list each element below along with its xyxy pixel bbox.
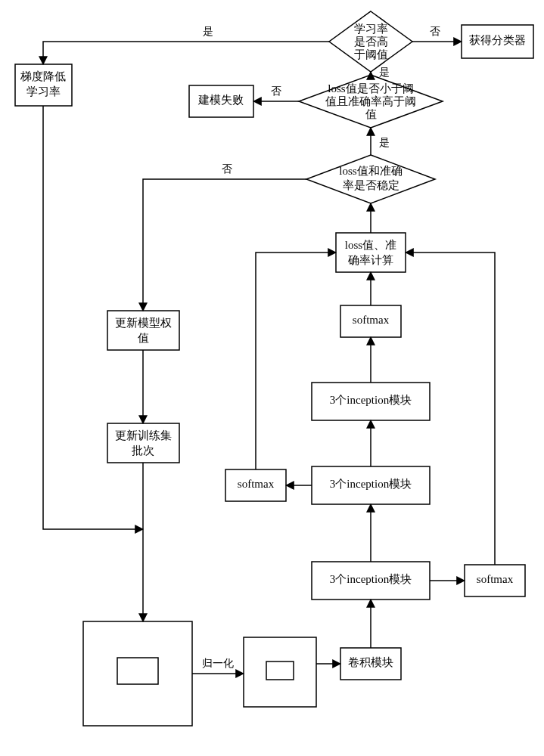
decision-loss-accuracy-threshold: loss值是否小于阈 值且准确率高于阈 值 [299, 75, 443, 128]
d3-line2: 率是否稳定 [343, 179, 399, 191]
loss-label-2: 确率计算 [347, 254, 393, 266]
edge-smright-to-loss [406, 253, 495, 565]
box-loss-accuracy-calc: loss值、准 确率计算 [336, 233, 406, 272]
box-softmax-right: softmax [465, 565, 525, 596]
classifier-label: 获得分类器 [469, 34, 526, 46]
image-big [83, 621, 192, 726]
d2-line3: 值 [365, 108, 377, 120]
box-softmax-left: softmax [225, 469, 286, 501]
svg-rect-16 [83, 621, 192, 726]
edge-d3-yes-label: 是 [379, 137, 390, 148]
edge-d1-no-label: 否 [430, 26, 440, 37]
d2-line2: 值且准确率高于阈 [325, 95, 416, 107]
box-got-classifier: 获得分类器 [462, 25, 533, 58]
decision-learning-rate-threshold: 学习率 是否高 于阈值 [329, 11, 412, 72]
edge-d1-yes-label: 是 [203, 26, 213, 37]
updatew-label-1: 更新模型权 [115, 317, 172, 329]
edge-d2-yes-label: 是 [379, 67, 390, 78]
softmax-top-label: softmax [353, 314, 390, 326]
svg-rect-19 [266, 662, 294, 680]
inception-bot-label: 3个inception模块 [330, 573, 412, 585]
edge-smleft-to-loss [256, 253, 336, 469]
updateb-label-1: 更新训练集 [115, 429, 172, 442]
d1-line1: 学习率 [354, 23, 388, 35]
inception-top-label: 3个inception模块 [330, 394, 412, 406]
d2-line1: loss值是否小于阈 [328, 82, 413, 94]
d1-line2: 是否高 [354, 36, 388, 48]
box-softmax-top: softmax [340, 305, 401, 337]
d1-line3: 于阈值 [354, 48, 388, 60]
box-update-weights: 更新模型权 值 [107, 311, 179, 350]
edge-d3-no [143, 179, 306, 311]
lr-label-1: 梯度降低 [20, 70, 66, 82]
inception-mid-label: 3个inception模块 [330, 478, 412, 490]
softmax-right-label: softmax [477, 573, 514, 585]
decision-loss-accuracy-stable: loss值和准确 率是否稳定 [306, 155, 435, 203]
lr-label-2: 学习率 [26, 85, 61, 98]
edge-d3-no-label: 否 [222, 163, 232, 175]
updatew-label-2: 值 [138, 332, 149, 344]
fail-label: 建模失败 [197, 94, 244, 106]
normalize-label: 归一化 [202, 658, 234, 669]
box-inception-top: 3个inception模块 [312, 383, 430, 420]
box-update-batch: 更新训练集 批次 [107, 423, 179, 463]
box-modeling-failed: 建模失败 [189, 85, 253, 117]
box-inception-bottom: 3个inception模块 [312, 562, 430, 600]
svg-rect-17 [117, 658, 158, 684]
svg-rect-18 [244, 637, 316, 707]
box-inception-mid: 3个inception模块 [312, 466, 430, 504]
d3-line1: loss值和准确 [339, 165, 402, 177]
conv-label: 卷积模块 [348, 656, 393, 668]
edge-d2-no-label: 否 [271, 85, 281, 97]
image-small [244, 637, 316, 707]
edge-d1-yes [43, 42, 329, 64]
updateb-label-2: 批次 [132, 445, 154, 457]
loss-label-1: loss值、准 [345, 239, 396, 251]
box-conv-block: 卷积模块 [340, 648, 401, 680]
box-lower-learning-rate: 梯度降低 学习率 [15, 64, 72, 106]
softmax-left-label: softmax [238, 478, 275, 490]
